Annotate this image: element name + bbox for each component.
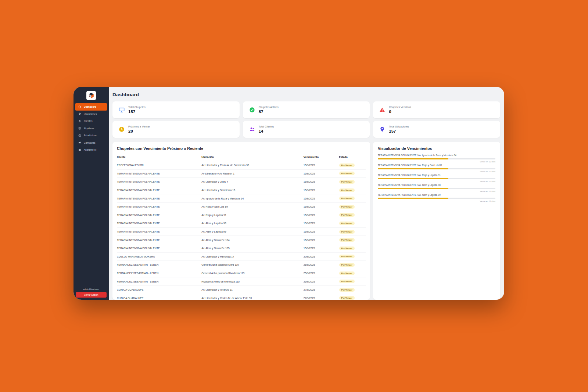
visualizer-item-due: Vence en 12 días bbox=[378, 170, 495, 173]
status-badge: Por Vencer bbox=[339, 230, 355, 234]
table-row: TERAPIA INTENSIVA POLIVALENTE Av. Rioja … bbox=[117, 202, 366, 211]
due-date-cell: 15/9/2025 bbox=[304, 161, 339, 170]
table-row: TERAPIA INTENSIVA POLIVALENTE Av. Alem y… bbox=[117, 219, 366, 228]
user-email: admin@test.com bbox=[74, 288, 109, 290]
document-pen-icon bbox=[78, 127, 81, 130]
due-date-cell: 25/9/2025 bbox=[304, 261, 339, 269]
vencimientos-table-body: PROFESIONALES SRL Av. Libertador y Paula… bbox=[117, 161, 366, 300]
sidebar-item-ubicaciones[interactable]: Ubicaciones bbox=[74, 111, 109, 118]
client-cell: TERAPIA INTENSIVA POLIVALENTE bbox=[117, 194, 201, 203]
location-cell: Av. Libertador y Sarmiento 16 bbox=[201, 186, 304, 194]
stat-text: Total Ubicaciones 157 bbox=[389, 125, 409, 133]
due-date-cell: 27/9/2025 bbox=[304, 285, 339, 294]
progress-bar-fill bbox=[378, 168, 448, 169]
vencimientos-table: Cliente Ubicación Vencimiento Estado PRO… bbox=[117, 154, 366, 300]
status-cell: Por Vencer bbox=[339, 236, 366, 244]
vencimientos-table-panel: Chupetes con Vencimiento Próximo o Recie… bbox=[112, 142, 370, 300]
due-date-cell: 25/9/2025 bbox=[304, 277, 339, 286]
status-badge: Por Vencer bbox=[339, 172, 355, 175]
status-cell: Por Vencer bbox=[339, 261, 366, 269]
stat-card-total-clientes: Total Clientes 14 bbox=[243, 121, 370, 138]
status-badge: Por Vencer bbox=[339, 180, 355, 184]
table-row: TERAPIA INTENSIVA POLIVALENTE Av. Libert… bbox=[117, 186, 366, 194]
visualizer-item-due: Vence en 12 días bbox=[378, 190, 495, 193]
page-title: Dashboard bbox=[112, 92, 500, 97]
sidebar-item-estadisticas[interactable]: Estadísticas bbox=[74, 132, 109, 139]
sidebar-item-alquileres[interactable]: Alquileres bbox=[74, 125, 109, 132]
due-date-cell: 15/9/2025 bbox=[304, 202, 339, 211]
location-cell: Av. Libertador y Mendoza 14 bbox=[201, 252, 304, 261]
status-cell: Por Vencer bbox=[339, 194, 366, 203]
sidebar: P C Dashboard Ubicaciones bbox=[74, 87, 109, 300]
table-row: TERAPIA INTENSIVA POLIVALENTE Av. Alem y… bbox=[117, 244, 366, 252]
users-icon bbox=[78, 120, 81, 123]
status-cell: Por Vencer bbox=[339, 227, 366, 236]
location-cell: Av. Rioja y Laprida 91 bbox=[201, 211, 304, 219]
due-date-cell: 15/9/2025 bbox=[304, 169, 339, 178]
table-row: FERNANDEZ SEBASTIAN - LEBEN Rivadavia An… bbox=[117, 277, 366, 286]
stat-label: Chupetes Activos bbox=[259, 106, 279, 108]
status-cell: Por Vencer bbox=[339, 285, 366, 294]
stat-value: 0 bbox=[389, 109, 411, 114]
table-title: Chupetes con Vencimiento Próximo o Recie… bbox=[117, 146, 366, 151]
table-row: TERAPIA INTENSIVA POLIVALENTE Av. Alem y… bbox=[117, 236, 366, 244]
client-cell: FERNANDEZ SEBASTIAN - LEBEN bbox=[117, 269, 201, 277]
client-cell: TERAPIA INTENSIVA POLIVALENTE bbox=[117, 236, 201, 244]
table-row: TERAPIA INTENSIVA POLIVALENTE Av. Libert… bbox=[117, 178, 366, 186]
due-date-cell: 15/9/2025 bbox=[304, 219, 339, 228]
stat-label: Próximos a Vencer bbox=[128, 125, 150, 128]
sidebar-item-clientes[interactable]: Clientes bbox=[74, 118, 109, 125]
location-cell: Av. Rioja y San Luis 89 bbox=[201, 202, 304, 211]
sidebar-item-dashboard[interactable]: Dashboard bbox=[75, 103, 107, 111]
visualizer-item: TERAPIA INTENSIVA POLIVALENTE / Av. Alem… bbox=[378, 184, 495, 193]
visualizer-item-label: TERAPIA INTENSIVA POLIVALENTE / Av. Rioj… bbox=[378, 164, 495, 166]
sidebar-footer: admin@test.com Cerrar Sesión bbox=[74, 286, 109, 300]
stat-card-total-ubicaciones: Total Ubicaciones 157 bbox=[373, 121, 500, 138]
table-header: Cliente Ubicación Vencimiento Estado bbox=[117, 154, 366, 161]
logout-button[interactable]: Cerrar Sesión bbox=[76, 292, 107, 298]
sidebar-item-label: Dashboard bbox=[84, 105, 96, 108]
location-cell: Av Libertador y Av Rawson 1 bbox=[201, 169, 304, 178]
client-cell: CLINICA GUADALUPE bbox=[117, 285, 201, 294]
table-row: PROFESIONALES SRL Av. Libertador y Paula… bbox=[117, 161, 366, 170]
location-cell: Av. Libertador y Toranzo 31 bbox=[201, 285, 304, 294]
status-cell: Por Vencer bbox=[339, 178, 366, 186]
visualizer-item-label: TERAPIA INTENSIVA POLIVALENTE / Av. Alem… bbox=[378, 184, 495, 186]
status-badge: Por Vencer bbox=[339, 197, 355, 200]
due-date-cell: 15/9/2025 bbox=[304, 227, 339, 236]
alert-triangle-icon bbox=[379, 107, 385, 113]
client-cell: PROFESIONALES SRL bbox=[117, 161, 201, 170]
progress-bar-track bbox=[378, 188, 495, 189]
progress-bar-fill bbox=[378, 178, 448, 179]
stat-text: Chupetes Activos 87 bbox=[259, 106, 279, 114]
status-badge: Por Vencer bbox=[339, 263, 355, 267]
sidebar-item-asistente-ai[interactable]: Asistente AI bbox=[74, 146, 109, 154]
sidebar-item-label: Campañas bbox=[84, 141, 95, 144]
visualizer-item-label: TERAPIA INTENSIVA POLIVALENTE / Av. Rioj… bbox=[378, 174, 495, 176]
status-badge: Por Vencer bbox=[339, 288, 355, 292]
due-date-cell: 15/9/2025 bbox=[304, 186, 339, 194]
sidebar-item-label: Ubicaciones bbox=[84, 113, 97, 115]
status-badge: Por Vencer bbox=[339, 222, 355, 225]
status-cell: Por Vencer bbox=[339, 252, 366, 261]
status-badge: Por Vencer bbox=[339, 247, 355, 250]
visualizer-item: TERAPIA INTENSIVA POLIVALENTE / Av. Rioj… bbox=[378, 174, 495, 183]
status-cell: Por Vencer bbox=[339, 294, 366, 300]
due-date-cell: 27/9/2025 bbox=[304, 294, 339, 300]
stat-card-proximos-a-vencer: Próximos a Vencer 20 bbox=[112, 121, 240, 138]
due-date-cell: 15/9/2025 bbox=[304, 244, 339, 252]
sidebar-menu: Dashboard Ubicaciones Clientes Alqui bbox=[74, 103, 109, 154]
due-date-cell: 15/9/2025 bbox=[304, 178, 339, 186]
location-cell: Av. Libertador y Jujuy 4 bbox=[201, 178, 304, 186]
sidebar-item-campanas[interactable]: Campañas bbox=[74, 139, 109, 147]
status-cell: Por Vencer bbox=[339, 244, 366, 252]
status-badge: Por Vencer bbox=[339, 238, 355, 242]
logo-cube-icon: P C bbox=[88, 92, 94, 99]
stat-value: 157 bbox=[389, 129, 409, 133]
table-row: TERAPIA INTENSIVA POLIVALENTE Av. Rioja … bbox=[117, 211, 366, 219]
stat-text: Próximos a Vencer 20 bbox=[128, 125, 150, 133]
visualizer-title: Visualizador de Vencimientos bbox=[378, 146, 495, 151]
client-cell: CUELLO MARIANELA-MOKSHA bbox=[117, 252, 201, 261]
client-cell: TERAPIA INTENSIVA POLIVALENTE bbox=[117, 211, 201, 219]
status-badge: Por Vencer bbox=[339, 296, 355, 300]
